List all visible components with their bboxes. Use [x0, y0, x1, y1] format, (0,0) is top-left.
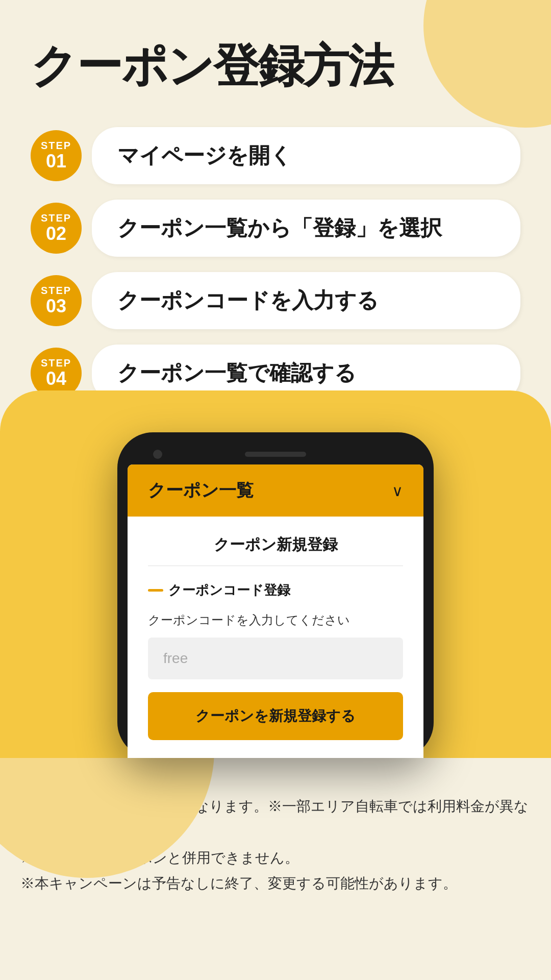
app-section-title: クーポン新規登録	[148, 534, 403, 566]
register-coupon-button[interactable]: クーポンを新規登録する	[148, 692, 403, 740]
app-body: クーポン新規登録 クーポンコード登録 クーポンコードを入力してください free…	[128, 517, 423, 758]
step-label-4: STEP	[41, 357, 71, 369]
step-text-3: クーポンコードを入力する	[92, 272, 520, 329]
step-badge-1: STEP 01	[31, 130, 82, 181]
step-text-2: クーポン一覧から「登録」を選択	[92, 200, 520, 257]
step-num-1: 01	[46, 151, 66, 172]
step-num-3: 03	[46, 296, 66, 316]
step-badge-3: STEP 03	[31, 275, 82, 326]
chevron-down-icon: ∨	[392, 482, 403, 500]
phone-mockup: クーポン一覧 ∨ クーポン新規登録 クーポンコード登録 クーポンコードを入力して…	[117, 432, 434, 758]
phone-screen: クーポン一覧 ∨ クーポン新規登録 クーポンコード登録 クーポンコードを入力して…	[128, 464, 423, 758]
step-badge-2: STEP 02	[31, 203, 82, 254]
step-num-2: 02	[46, 224, 66, 244]
app-header: クーポン一覧 ∨	[128, 464, 423, 517]
input-description: クーポンコードを入力してください	[148, 612, 403, 628]
step-item-1: STEP 01 マイページを開く	[31, 127, 520, 184]
coupon-input-field[interactable]: free	[148, 638, 403, 679]
step-text-1: マイページを開く	[92, 127, 520, 184]
phone-speaker	[245, 452, 306, 457]
phone-section: クーポン一覧 ∨ クーポン新規登録 クーポンコード登録 クーポンコードを入力して…	[31, 432, 520, 758]
step-item-2: STEP 02 クーポン一覧から「登録」を選択	[31, 200, 520, 257]
step-label-1: STEP	[41, 140, 71, 151]
phone-top-bar	[128, 448, 423, 464]
page-title: クーポン登録方法	[31, 41, 520, 91]
step-label-3: STEP	[41, 285, 71, 296]
app-header-title: クーポン一覧	[148, 479, 254, 502]
step-item-3: STEP 03 クーポンコードを入力する	[31, 272, 520, 329]
steps-list: STEP 01 マイページを開く STEP 02 クーポン一覧から「登録」を選択…	[31, 127, 520, 402]
phone-camera	[153, 450, 162, 459]
step-label-2: STEP	[41, 212, 71, 224]
coupon-register-label: クーポンコード登録	[148, 581, 403, 599]
step-num-4: 04	[46, 369, 66, 389]
